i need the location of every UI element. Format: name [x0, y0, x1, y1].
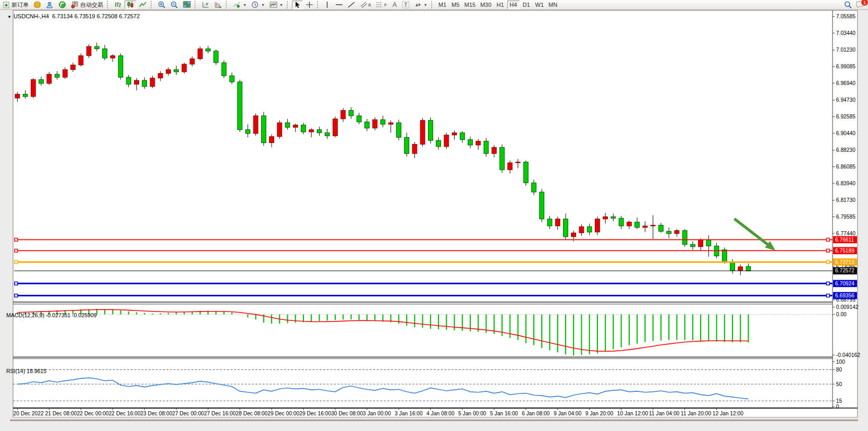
candle	[699, 240, 703, 247]
chart-dropdown-icon[interactable]: ▼	[7, 15, 11, 19]
text-label-tool-button[interactable]: T	[400, 1, 411, 9]
candle	[94, 46, 99, 49]
cursor-tool-button[interactable]	[292, 1, 303, 9]
candle	[357, 116, 361, 122]
timeframe-m1[interactable]: M1	[436, 1, 449, 9]
price-tag-label: 6.70924	[835, 281, 854, 286]
candle	[135, 80, 139, 84]
timeframe-m5[interactable]: M5	[449, 1, 462, 9]
charts-stack-icon	[33, 1, 41, 8]
trendline-tool-button[interactable]	[346, 1, 358, 9]
candle	[484, 141, 488, 154]
macd-tick-label: -0.040162	[836, 352, 860, 358]
indicators-button[interactable]: ▼	[231, 1, 249, 9]
date-tick-label: 3 Jan 16:00	[395, 411, 423, 416]
price-tick-label: 6.83940	[836, 181, 855, 186]
fibonacci-tool-button[interactable]: F	[374, 1, 389, 9]
candle	[55, 74, 59, 77]
zoom-in-button[interactable]	[156, 1, 168, 9]
profile-button[interactable]	[44, 1, 56, 9]
candle	[198, 49, 202, 58]
candlestick-chart-button[interactable]	[125, 1, 137, 9]
line-handle[interactable]	[826, 249, 829, 252]
line-handle[interactable]	[826, 294, 829, 297]
candle	[333, 119, 338, 136]
bar-chart-button[interactable]	[112, 1, 124, 9]
hline-tool-button[interactable]	[333, 1, 345, 9]
crosshair-tool-button[interactable]	[303, 1, 315, 9]
date-tick-label: 11 Jan 04:00	[649, 411, 680, 416]
timeframe-m15[interactable]: M15	[462, 1, 478, 9]
line-handle[interactable]	[15, 282, 18, 285]
candlestick-chart-icon	[127, 1, 135, 8]
timeframe-d1[interactable]: D1	[520, 1, 533, 9]
periods-button[interactable]: ▼	[249, 1, 267, 9]
candle	[516, 162, 520, 162]
timeframe-w1[interactable]: W1	[533, 1, 546, 9]
date-tick-label: 20 Dec 2022	[14, 411, 44, 416]
line-chart-button[interactable]	[137, 1, 149, 9]
candle	[317, 129, 322, 133]
chart-shift-button[interactable]	[200, 1, 212, 9]
text-tool-button[interactable]: A	[389, 1, 400, 9]
chart-window: 7.055857.034407.012306.990856.969406.947…	[0, 10, 868, 431]
line-handle[interactable]	[826, 238, 829, 241]
candle	[381, 119, 385, 124]
candle	[150, 78, 155, 87]
candle	[222, 63, 226, 76]
vline-tool-button[interactable]	[322, 1, 333, 9]
candle	[349, 111, 353, 116]
macd-tick-label: 0.009142	[836, 304, 859, 310]
candle	[103, 49, 107, 58]
candle	[182, 64, 187, 72]
date-tick-label: 29 Dec 16:00	[299, 411, 331, 416]
templates-button[interactable]: ▼	[267, 1, 285, 9]
price-tag-label: 6.69356	[835, 293, 854, 298]
timeframe-h1[interactable]: H1	[494, 1, 507, 9]
candle	[309, 129, 314, 131]
candle	[508, 163, 512, 170]
auto-scroll-button[interactable]	[212, 1, 224, 9]
candle	[365, 122, 370, 128]
candle	[436, 140, 441, 147]
signal-button[interactable]	[56, 1, 68, 9]
crosshair-icon	[305, 1, 313, 8]
notification-badge: 1	[861, 0, 868, 6]
new-order-button[interactable]: 新订单	[1, 1, 31, 9]
line-handle[interactable]	[15, 260, 18, 264]
trendline-icon	[348, 1, 356, 8]
date-tick-label: 28 Dec 08:00	[236, 411, 267, 416]
tile-windows-button[interactable]	[181, 1, 193, 9]
zoom-out-icon	[170, 1, 178, 8]
candle	[373, 119, 377, 128]
date-tick-label: 3 Jan 00:00	[363, 411, 391, 416]
rsi-level-label: 15	[836, 398, 842, 404]
line-handle[interactable]	[15, 238, 18, 241]
fibo-letter: F	[384, 3, 387, 7]
candle	[47, 74, 52, 83]
channel-tool-button[interactable]: E	[358, 1, 373, 9]
line-handle[interactable]	[15, 249, 18, 252]
candle	[611, 217, 616, 218]
line-handle[interactable]	[15, 294, 18, 297]
timeframe-mn[interactable]: MN	[546, 1, 559, 9]
charts-stack-button[interactable]	[31, 1, 43, 9]
date-tick-label: 21 Dec 08:00	[45, 411, 77, 416]
timeframe-h4[interactable]: H4	[507, 1, 520, 9]
line-handle[interactable]	[826, 260, 829, 264]
candle	[142, 80, 147, 87]
zoom-out-button[interactable]	[168, 1, 180, 9]
arrows-tool-button[interactable]: ▼	[412, 1, 430, 9]
line-handle[interactable]	[826, 282, 829, 285]
new-order-label: 新订单	[11, 1, 29, 9]
chart-canvas[interactable]: 7.055857.034407.012306.990856.969406.947…	[0, 10, 868, 431]
candle	[396, 123, 401, 137]
notifications-button[interactable]: 1	[855, 1, 865, 9]
search-icon[interactable]	[844, 1, 852, 9]
timeframe-m30[interactable]: M30	[478, 1, 493, 9]
candle	[579, 226, 584, 233]
candle	[603, 217, 608, 219]
auto-trading-button[interactable]: 自动交易	[69, 1, 105, 9]
candle	[246, 129, 250, 133]
candle	[126, 77, 131, 84]
